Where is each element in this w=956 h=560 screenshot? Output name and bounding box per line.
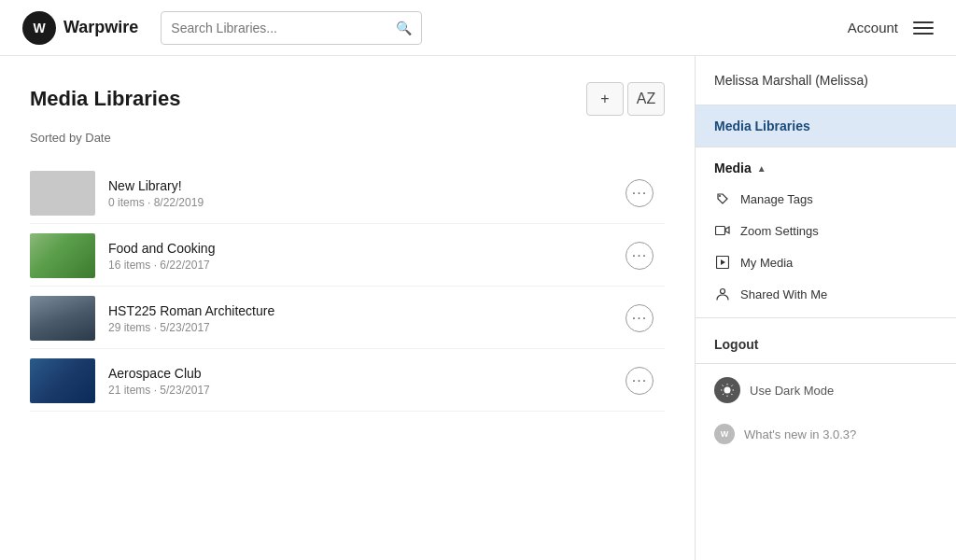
- search-icon: 🔍: [396, 21, 412, 35]
- menu-item-label: Zoom Settings: [740, 224, 819, 238]
- dark-mode-toggle-item[interactable]: Use Dark Mode: [696, 364, 956, 416]
- menu-item-zoom-settings[interactable]: Zoom Settings: [696, 215, 956, 246]
- panel-media-section-header[interactable]: Media ▲: [696, 147, 956, 183]
- hamburger-line-3: [913, 33, 934, 35]
- library-list: New Library! 0 items · 8/22/2019 ··· Foo…: [30, 163, 665, 412]
- header: W Warpwire 🔍 Account: [0, 0, 956, 56]
- menu-item-manage-tags[interactable]: Manage Tags: [696, 183, 956, 215]
- whats-new-label: What's new in 3.0.3?: [744, 427, 856, 441]
- library-info: New Library! 0 items · 8/22/2019: [108, 178, 626, 209]
- page-title: Media Libraries: [30, 87, 180, 111]
- panel-user-name: Melissa Marshall (Melissa): [696, 56, 956, 105]
- whats-new-item[interactable]: W What's new in 3.0.3?: [696, 416, 956, 452]
- library-info: HST225 Roman Architecture 29 items · 5/2…: [108, 303, 626, 334]
- library-more-button[interactable]: ···: [626, 242, 654, 270]
- tag-icon: [714, 190, 731, 207]
- thumbnail-image: [30, 233, 95, 278]
- person-icon: [714, 286, 731, 302]
- library-meta: 16 items · 6/22/2017: [108, 259, 626, 272]
- dark-mode-icon: [714, 377, 740, 403]
- menu-item-label: Manage Tags: [740, 192, 813, 206]
- add-library-button[interactable]: +: [586, 82, 624, 116]
- svg-point-0: [719, 195, 721, 197]
- sort-az-button[interactable]: AZ: [627, 82, 665, 116]
- library-meta: 21 items · 5/23/2017: [108, 384, 626, 397]
- search-input[interactable]: [171, 21, 396, 35]
- library-name: HST225 Roman Architecture: [108, 303, 626, 318]
- hamburger-line-1: [913, 21, 934, 23]
- library-more-button[interactable]: ···: [626, 304, 654, 332]
- list-item: HST225 Roman Architecture 29 items · 5/2…: [30, 288, 665, 349]
- menu-item-shared-with-me[interactable]: Shared With Me: [696, 278, 956, 310]
- logo-text: Warpwire: [63, 18, 138, 37]
- library-info: Aerospace Club 21 items · 5/23/2017: [108, 366, 626, 397]
- menu-item-label: Shared With Me: [740, 287, 827, 301]
- media-section-label: Media: [714, 161, 752, 175]
- main-layout: Media Libraries + AZ Sorted by Date New …: [0, 56, 956, 560]
- logo-area: W Warpwire: [22, 11, 138, 45]
- library-more-button[interactable]: ···: [626, 367, 654, 395]
- library-meta: 29 items · 5/23/2017: [108, 321, 626, 334]
- hamburger-menu-icon[interactable]: [913, 21, 934, 35]
- chevron-up-icon: ▲: [757, 163, 766, 174]
- menu-item-label: My Media: [740, 256, 793, 270]
- thumbnail-image: [30, 296, 95, 341]
- page-header: Media Libraries + AZ: [30, 82, 665, 116]
- video-icon: [714, 222, 731, 239]
- warpwire-mini-icon: W: [714, 424, 735, 444]
- search-container[interactable]: 🔍: [161, 11, 422, 45]
- header-right: Account: [848, 20, 934, 35]
- list-item: Food and Cooking 16 items · 6/22/2017 ··…: [30, 226, 665, 287]
- list-item: New Library! 0 items · 8/22/2019 ···: [30, 163, 665, 224]
- thumbnail-image: [30, 171, 95, 216]
- logo-icon: W: [22, 11, 56, 45]
- library-thumbnail: [30, 171, 95, 216]
- toolbar-buttons: + AZ: [586, 82, 665, 116]
- hamburger-line-2: [913, 27, 934, 29]
- dark-mode-label: Use Dark Mode: [750, 384, 834, 398]
- library-more-button[interactable]: ···: [626, 179, 654, 207]
- library-name: Food and Cooking: [108, 241, 626, 256]
- library-name: New Library!: [108, 178, 626, 193]
- content-area: Media Libraries + AZ Sorted by Date New …: [0, 56, 695, 560]
- library-name: Aerospace Club: [108, 366, 626, 381]
- svg-point-4: [724, 387, 731, 394]
- library-thumbnail: [30, 233, 95, 278]
- account-label[interactable]: Account: [848, 20, 898, 35]
- svg-rect-1: [716, 227, 725, 235]
- menu-item-my-media[interactable]: My Media: [696, 246, 956, 278]
- thumbnail-image: [30, 358, 95, 403]
- panel-media-section: Media ▲ Manage Tags: [696, 147, 956, 310]
- library-thumbnail: [30, 296, 95, 341]
- library-info: Food and Cooking 16 items · 6/22/2017: [108, 241, 626, 272]
- sorted-label: Sorted by Date: [30, 131, 665, 145]
- panel-divider: [696, 317, 956, 318]
- svg-point-3: [721, 289, 725, 294]
- logout-button[interactable]: Logout: [696, 326, 956, 364]
- library-meta: 0 items · 8/22/2019: [108, 196, 626, 209]
- right-panel: Melissa Marshall (Melissa) Media Librari…: [695, 56, 956, 560]
- play-icon: [714, 254, 731, 271]
- panel-media-libraries-label[interactable]: Media Libraries: [696, 105, 956, 147]
- library-thumbnail: [30, 358, 95, 403]
- list-item: Aerospace Club 21 items · 5/23/2017 ···: [30, 351, 665, 412]
